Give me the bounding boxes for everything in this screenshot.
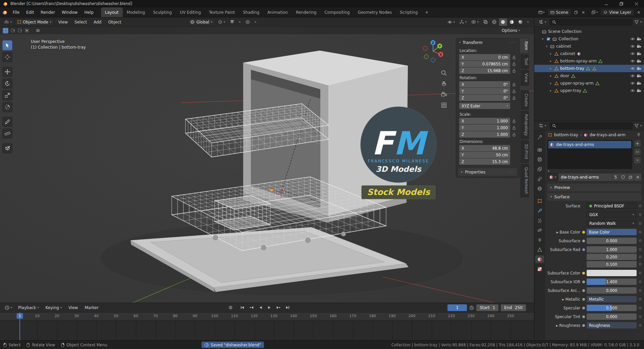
scale-number-field[interactable]: Z1.000 xyxy=(459,131,510,138)
select-mode-invert-icon[interactable] xyxy=(24,28,30,34)
view-layer-tab-icon[interactable] xyxy=(535,165,544,173)
animate-dot[interactable] xyxy=(639,222,641,225)
dimension-number-field[interactable]: Z15.3 cm xyxy=(459,158,510,165)
lock-icon[interactable] xyxy=(512,89,516,93)
scale-number-field[interactable]: Y1.000 xyxy=(459,124,510,131)
transform-panel-header[interactable]: ▾ Transform ···· xyxy=(456,38,519,47)
world-tab-icon[interactable] xyxy=(535,185,544,192)
tool-rotate[interactable] xyxy=(2,79,12,89)
disable-in-renders-icon[interactable] xyxy=(636,82,641,85)
sidebar-tab[interactable]: Create xyxy=(520,90,529,110)
add-slot-button[interactable]: + xyxy=(634,140,641,147)
output-tab-icon[interactable] xyxy=(535,155,544,163)
sidebar-tab[interactable]: 3D-Print xyxy=(520,140,529,163)
material-tab-icon[interactable] xyxy=(535,255,544,263)
location-number-field[interactable]: Y0.078655 cm xyxy=(459,61,510,67)
dimension-number-field[interactable]: Y50 cm xyxy=(459,152,510,158)
jump-to-end-button[interactable] xyxy=(284,304,292,311)
timeline-body[interactable] xyxy=(0,320,534,340)
animate-dot[interactable] xyxy=(639,256,641,258)
prop-link-field[interactable]: Roughness xyxy=(587,322,637,329)
render-tab-icon[interactable] xyxy=(535,146,544,153)
preview-panel-header[interactable]: ▸ Preview xyxy=(547,184,641,191)
sidebar-tab[interactable]: Tool xyxy=(520,54,529,68)
particles-tab-icon[interactable] xyxy=(535,216,544,224)
disable-in-renders-icon[interactable] xyxy=(636,67,641,70)
timeline-menu-item[interactable]: Keying▾ xyxy=(42,303,65,312)
lock-icon[interactable] xyxy=(512,126,516,130)
timeline-editor-type-button[interactable]: ▾ xyxy=(3,304,14,311)
workspace-tab[interactable]: Shading xyxy=(239,7,263,17)
transform-orientation-dropdown[interactable]: Global ▾ xyxy=(187,18,215,26)
outliner-row[interactable]: ▾ Collection xyxy=(534,35,644,43)
menu-item[interactable]: Render xyxy=(37,7,58,17)
prop-number-field[interactable]: 0.200 xyxy=(587,254,637,260)
collection-checkbox[interactable] xyxy=(546,37,551,41)
overlays-dropdown[interactable]: ▾ xyxy=(469,18,481,26)
tool-select-box[interactable] xyxy=(2,40,12,50)
viewport-menu-item[interactable]: Object xyxy=(105,17,124,27)
browse-scene-button[interactable]: ▾ xyxy=(537,10,546,14)
pan-hand-icon[interactable] xyxy=(441,81,447,87)
animate-dot[interactable] xyxy=(639,213,641,216)
shading-rendered-button[interactable] xyxy=(517,18,525,26)
preview-range-clock-icon[interactable] xyxy=(469,305,474,310)
animate-dot[interactable] xyxy=(639,240,641,242)
shading-material-button[interactable] xyxy=(508,18,516,26)
shader-dropdown[interactable]: Principled BSDF xyxy=(587,203,637,209)
animate-dot[interactable] xyxy=(639,289,641,292)
scene-selector[interactable]: Scene xyxy=(547,9,572,16)
prop-dropdown[interactable]: GGX▾ xyxy=(587,211,637,218)
menu-item[interactable]: Window xyxy=(58,7,81,17)
play-reverse-button[interactable] xyxy=(257,304,265,311)
hide-in-viewport-icon[interactable] xyxy=(630,67,635,70)
tool-cursor[interactable] xyxy=(2,52,12,62)
rotation-mode-dropdown[interactable]: XYZ Euler▾ xyxy=(459,103,510,109)
animate-dot[interactable] xyxy=(639,205,641,207)
toggle-perspective-grid-icon[interactable] xyxy=(441,102,447,108)
disable-in-renders-icon[interactable] xyxy=(636,74,641,78)
scene-tab-icon[interactable] xyxy=(535,175,544,183)
properties-editor-type-button[interactable]: ▾ xyxy=(537,122,548,130)
browse-view-layer-button[interactable]: ▾ xyxy=(590,10,599,14)
object-tab-icon[interactable] xyxy=(535,197,544,205)
prop-number-field[interactable]: 0.000 xyxy=(587,313,637,320)
location-number-field[interactable]: Z15.968 cm xyxy=(459,67,510,74)
menu-item[interactable]: Help xyxy=(81,7,97,17)
editor-type-button[interactable]: ▾ xyxy=(2,18,14,26)
outliner-row[interactable]: ▸ door xyxy=(534,72,644,80)
close-button[interactable] xyxy=(629,0,644,7)
tool-scale[interactable] xyxy=(2,90,12,100)
hide-in-viewport-icon[interactable] xyxy=(630,37,635,41)
rotation-number-field[interactable]: Y0° xyxy=(459,88,510,94)
workspace-tab[interactable]: Sculpting xyxy=(149,7,176,17)
disable-in-renders-icon[interactable] xyxy=(636,59,641,63)
users-count-button[interactable]: 5 xyxy=(612,173,619,181)
timeline-menu-item[interactable]: Marker▾ xyxy=(81,303,102,312)
sidebar-tab[interactable]: Retopology xyxy=(520,111,529,139)
prop-number-field[interactable]: 0.100 xyxy=(587,261,637,267)
lock-icon[interactable] xyxy=(512,69,516,73)
view-layer-selector[interactable]: View Layer xyxy=(600,9,634,16)
shading-dropdown[interactable]: ▾ xyxy=(525,18,531,26)
prop-dropdown[interactable]: Random Walk▾ xyxy=(587,220,637,227)
prop-number-field[interactable]: 0.000 xyxy=(587,287,637,294)
remove-view-layer-button[interactable]: × xyxy=(636,10,641,15)
lock-icon[interactable] xyxy=(512,133,516,137)
constraints-tab-icon[interactable] xyxy=(535,236,544,244)
prop-link-field[interactable]: Base Color xyxy=(587,229,637,235)
outliner-search-input[interactable] xyxy=(550,19,633,26)
workspace-tab[interactable]: Animation xyxy=(263,7,292,17)
workspace-tab[interactable]: Modeling xyxy=(123,7,149,17)
animate-dot[interactable] xyxy=(639,324,641,327)
hide-in-viewport-icon[interactable] xyxy=(630,59,635,63)
prop-slider[interactable]: 0.500 xyxy=(587,305,637,311)
prop-number-field[interactable]: 0.000 xyxy=(587,238,637,244)
outliner-row[interactable]: ▸ upper-spray-arm xyxy=(534,80,644,87)
frame-start-field[interactable]: Start1 xyxy=(476,304,498,311)
outliner-row[interactable]: ▸ bottom-spray-arm xyxy=(534,57,644,65)
gizmos-dropdown[interactable]: ▾ xyxy=(458,18,469,26)
pin-icon[interactable] xyxy=(637,133,641,137)
material-name-field[interactable]: dw-trays-and-arms xyxy=(558,173,612,181)
texture-tab-icon[interactable] xyxy=(535,265,544,273)
